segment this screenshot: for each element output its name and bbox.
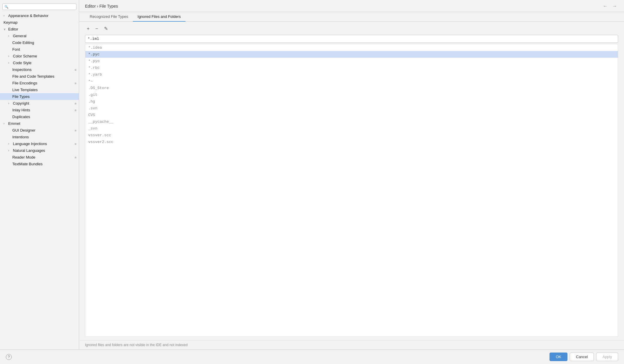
sidebar: 🔍 ›Appearance & BehaviorKeymap∨Editor›Ge… (0, 0, 79, 349)
sidebar-label-gui-designer: GUI Designer (12, 128, 35, 132)
list-item[interactable]: vssver2.scc (85, 139, 618, 145)
sidebar-label-file-code-templates: File and Code Templates (12, 74, 55, 79)
sidebar-item-duplicates[interactable]: Duplicates (0, 113, 79, 120)
search-box[interactable]: 🔍 (2, 4, 76, 10)
sidebar-item-natural-languages[interactable]: ›Natural Languages (0, 147, 79, 154)
sidebar-label-code-editing: Code Editing (12, 40, 34, 45)
chevron-icon-code-style: › (8, 61, 12, 64)
badge-inlay-hints: ≡ (75, 108, 76, 112)
ok-button[interactable]: OK (550, 353, 567, 361)
nav-forward-button[interactable]: → (611, 4, 618, 9)
chevron-icon-language-injections: › (8, 142, 12, 145)
sidebar-label-file-encodings: File Encodings (12, 81, 37, 85)
tab-ignored[interactable]: Ignored Files and Folders (133, 12, 185, 22)
sidebar-item-reader-mode[interactable]: Reader Mode≡ (0, 154, 79, 161)
sidebar-item-intentions[interactable]: Intentions (0, 134, 79, 140)
sidebar-item-live-templates[interactable]: Live Templates (0, 86, 79, 93)
add-button[interactable]: + (85, 25, 91, 32)
chevron-icon-natural-languages: › (8, 149, 12, 152)
chevron-icon-emmet: › (4, 122, 8, 125)
sidebar-label-inlay-hints: Inlay Hints (12, 108, 30, 112)
sidebar-label-intentions: Intentions (12, 135, 29, 139)
sidebar-item-appearance[interactable]: ›Appearance & Behavior (0, 12, 79, 19)
list-item[interactable]: .svn (85, 105, 618, 112)
sidebar-item-textmate-bundles[interactable]: TextMate Bundles (0, 161, 79, 167)
sidebar-label-inspections: Inspections (12, 67, 32, 72)
list-item[interactable]: _svn (85, 125, 618, 132)
settings-dialog: 🔍 ›Appearance & BehaviorKeymap∨Editor›Ge… (0, 0, 624, 364)
sidebar-item-inlay-hints[interactable]: Inlay Hints≡ (0, 107, 79, 113)
list-item[interactable]: .DS_Store (85, 85, 618, 91)
sidebar-item-general[interactable]: ›General (0, 33, 79, 39)
sidebar-label-keymap: Keymap (4, 20, 18, 25)
list-item[interactable]: *~ (85, 78, 618, 85)
sidebar-label-language-injections: Language Injections (13, 142, 47, 146)
main-content: Editor › File Types ← → Recognized File … (79, 0, 624, 349)
badge-file-encodings: ≡ (75, 81, 76, 85)
list-item[interactable]: vssver.scc (85, 132, 618, 139)
help-button[interactable]: ? (6, 354, 12, 360)
sidebar-label-natural-languages: Natural Languages (13, 148, 45, 153)
pattern-edit-field[interactable] (85, 35, 618, 43)
status-text: Ignored files and folders are not visibl… (85, 343, 188, 347)
sidebar-item-code-style[interactable]: ›Code Style (0, 59, 79, 66)
list-item[interactable]: .hg (85, 98, 618, 105)
sidebar-label-file-types: File Types (12, 94, 30, 99)
sidebar-label-code-style: Code Style (13, 61, 32, 65)
content-area: + − ✎ *.idea*.pyc*.pyo*.rbc*.yarb*~.DS_S… (79, 22, 624, 340)
badge-language-injections: ≡ (75, 142, 76, 146)
remove-button[interactable]: − (93, 25, 100, 32)
list-item[interactable]: *.pyo (85, 58, 618, 64)
sidebar-label-reader-mode: Reader Mode (12, 155, 35, 159)
sidebar-label-editor: Editor (8, 27, 18, 31)
sidebar-label-font: Font (12, 47, 20, 52)
sidebar-item-copyright[interactable]: ›Copyright≡ (0, 100, 79, 107)
cancel-button[interactable]: Cancel (570, 353, 594, 361)
badge-inspections: ≡ (75, 68, 76, 72)
badge-copyright: ≡ (75, 102, 76, 105)
breadcrumb-text: Editor › File Types (85, 4, 118, 8)
list-item[interactable]: *.pyc (85, 51, 618, 58)
badge-reader-mode: ≡ (75, 156, 76, 159)
chevron-icon-color-scheme: › (8, 55, 12, 58)
sidebar-item-font[interactable]: Font (0, 46, 79, 53)
sidebar-item-editor[interactable]: ∨Editor (0, 26, 79, 33)
tabs-bar: Recognized File Types Ignored Files and … (79, 12, 624, 22)
sidebar-items: ›Appearance & BehaviorKeymap∨Editor›Gene… (0, 12, 79, 167)
list-item[interactable]: __pycache__ (85, 118, 618, 125)
sidebar-item-color-scheme[interactable]: ›Color Scheme (0, 53, 79, 59)
badge-gui-designer: ≡ (75, 129, 76, 132)
list-item[interactable]: *.rbc (85, 64, 618, 71)
sidebar-label-copyright: Copyright (13, 101, 29, 106)
sidebar-label-general: General (13, 34, 26, 38)
apply-button[interactable]: Apply (596, 353, 618, 361)
sidebar-label-textmate-bundles: TextMate Bundles (12, 162, 42, 166)
sidebar-item-file-encodings[interactable]: File Encodings≡ (0, 80, 79, 86)
sidebar-label-color-scheme: Color Scheme (13, 54, 37, 58)
chevron-icon-copyright: › (8, 102, 12, 105)
list-item[interactable]: CVS (85, 112, 618, 118)
sidebar-item-file-code-templates[interactable]: File and Code Templates (0, 73, 79, 80)
list-item[interactable]: *.idea (85, 44, 618, 51)
breadcrumb: Editor › File Types ← → (79, 0, 624, 12)
edit-button[interactable]: ✎ (102, 25, 110, 32)
tab-recognized[interactable]: Recognized File Types (85, 12, 133, 22)
search-icon: 🔍 (4, 5, 8, 9)
sidebar-item-emmet[interactable]: ›Emmet (0, 120, 79, 127)
dialog-body: 🔍 ›Appearance & BehaviorKeymap∨Editor›Ge… (0, 0, 624, 349)
sidebar-label-duplicates: Duplicates (12, 115, 30, 119)
sidebar-item-code-editing[interactable]: Code Editing (0, 39, 79, 46)
dialog-footer: ? OK Cancel Apply (0, 349, 624, 364)
sidebar-item-file-types[interactable]: File Types (0, 93, 79, 100)
sidebar-item-keymap[interactable]: Keymap (0, 19, 79, 26)
list-item[interactable]: .git (85, 91, 618, 98)
status-bar: Ignored files and folders are not visibl… (79, 340, 624, 349)
sidebar-item-inspections[interactable]: Inspections≡ (0, 66, 79, 73)
sidebar-item-language-injections[interactable]: ›Language Injections≡ (0, 140, 79, 147)
nav-back-button[interactable]: ← (602, 4, 609, 9)
sidebar-item-gui-designer[interactable]: GUI Designer≡ (0, 127, 79, 134)
search-input[interactable] (10, 5, 74, 9)
ignored-patterns-list: *.idea*.pyc*.pyo*.rbc*.yarb*~.DS_Store.g… (85, 44, 618, 337)
chevron-icon-appearance: › (4, 14, 8, 17)
list-item[interactable]: *.yarb (85, 71, 618, 78)
